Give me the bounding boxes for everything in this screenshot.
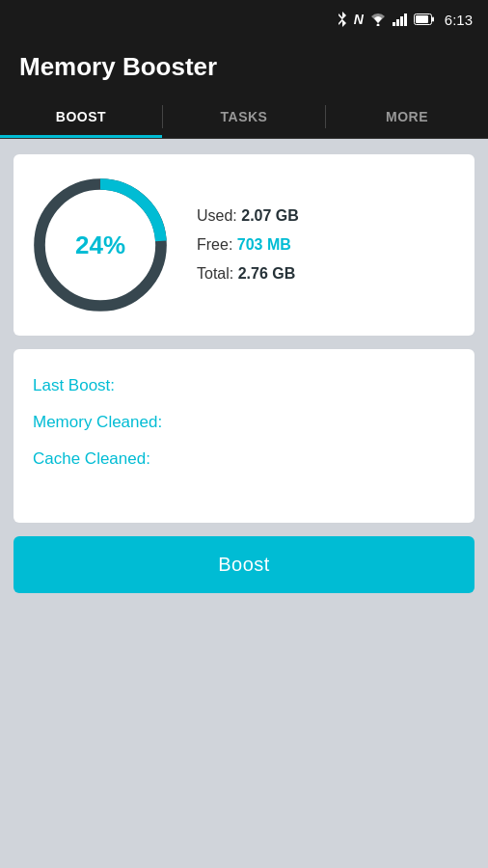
status-icons: N 6:13 — [337, 12, 473, 28]
tab-tasks[interactable]: TASKS — [163, 95, 325, 138]
svg-rect-2 — [396, 19, 399, 26]
free-label: Free: — [197, 236, 232, 253]
total-stat: Total: 2.76 GB — [197, 265, 299, 283]
cache-cleaned-row: Cache Cleaned: — [33, 449, 455, 469]
wifi-icon — [369, 13, 387, 26]
status-time: 6:13 — [445, 12, 473, 28]
free-stat: Free: 703 MB — [197, 236, 299, 254]
free-value: 703 MB — [237, 236, 291, 253]
svg-rect-4 — [404, 14, 407, 26]
svg-point-0 — [376, 24, 379, 27]
total-value: 2.76 GB — [238, 265, 296, 282]
donut-chart: 24% — [33, 177, 168, 312]
info-card: Last Boost: Memory Cleaned: Cache Cleane… — [14, 349, 474, 523]
memory-cleaned-row: Memory Cleaned: — [33, 413, 455, 432]
tab-more[interactable]: MORE — [326, 95, 488, 138]
tab-boost[interactable]: BOOST — [0, 95, 162, 138]
total-label: Total: — [197, 265, 233, 282]
used-stat: Used: 2.07 GB — [197, 207, 299, 225]
tab-bar: BOOST TASKS MORE — [0, 95, 488, 139]
last-boost-row: Last Boost: — [33, 376, 455, 395]
network-icon: N — [354, 12, 364, 27]
bluetooth-icon — [337, 12, 348, 27]
memory-stats: Used: 2.07 GB Free: 703 MB Total: 2.76 G… — [197, 207, 299, 283]
memory-card: 24% Used: 2.07 GB Free: 703 MB Total: 2.… — [14, 154, 474, 336]
status-bar: N 6:13 — [0, 0, 488, 39]
battery-icon — [414, 14, 435, 25]
signal-icon — [393, 13, 408, 26]
used-label: Used: — [197, 207, 237, 224]
memory-percent: 24% — [75, 231, 125, 260]
svg-rect-7 — [432, 17, 434, 22]
main-content: 24% Used: 2.07 GB Free: 703 MB Total: 2.… — [0, 139, 488, 609]
app-header: Memory Booster — [0, 39, 488, 95]
svg-rect-1 — [393, 22, 395, 26]
used-value: 2.07 GB — [241, 207, 299, 224]
svg-rect-3 — [400, 16, 403, 26]
boost-button[interactable]: Boost — [14, 536, 474, 593]
svg-rect-6 — [416, 15, 428, 23]
app-title: Memory Booster — [19, 52, 469, 82]
